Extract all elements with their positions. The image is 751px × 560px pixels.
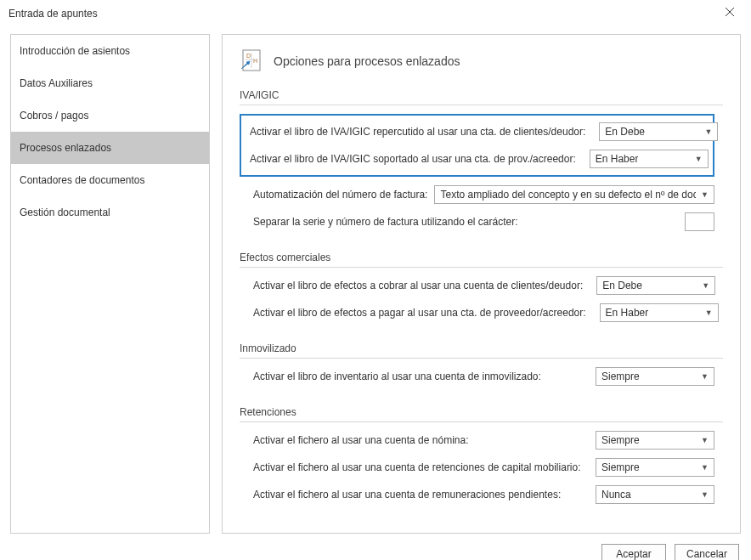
row-ret-capital: Activar el fichero al usar una cuenta de…	[253, 458, 714, 477]
select-value: En Debe	[605, 126, 645, 138]
row-efectos-pagar: Activar el libro de efectos a pagar al u…	[253, 303, 714, 322]
select-iva-soportado[interactable]: En Haber ▼	[590, 150, 709, 168]
label-iva-repercutido: Activar el libro de IVA/IGIC repercutido…	[250, 126, 585, 138]
sidebar-item-datos-auxiliares[interactable]: Datos Auxiliares	[11, 67, 209, 99]
accept-button[interactable]: Aceptar	[601, 544, 666, 560]
chevron-down-icon: ▼	[701, 463, 709, 472]
select-value: Texto ampliado del concepto y en su defe…	[440, 189, 696, 201]
select-value: Siempre	[601, 371, 640, 382]
sidebar-item-procesos-enlazados[interactable]: Procesos enlazados	[11, 132, 209, 164]
section-heading-ret: Retenciones	[240, 406, 723, 422]
sidebar-item-contadores[interactable]: Contadores de documentos	[11, 164, 209, 196]
label-efectos-pagar: Activar el libro de efectos a pagar al u…	[253, 307, 586, 319]
label-ret-remuneraciones: Activar el fichero al usar una cuenta de…	[253, 489, 561, 501]
window-title: Entrada de apuntes	[8, 8, 98, 20]
select-value: Siempre	[601, 434, 640, 446]
titlebar: Entrada de apuntes	[0, 0, 751, 25]
highlighted-group: Activar el libro de IVA/IGIC repercutido…	[240, 114, 714, 177]
label-iva-soportado: Activar el libro de IVA/IGIC soportado a…	[250, 153, 576, 165]
sidebar-item-label: Introducción de asientos	[20, 45, 130, 57]
select-ret-remuneraciones[interactable]: Nunca ▼	[596, 485, 714, 504]
sidebar-item-label: Cobros / pagos	[20, 110, 88, 122]
sidebar-item-label: Datos Auxiliares	[20, 77, 93, 89]
chevron-down-icon: ▼	[705, 308, 713, 317]
dialog-window: Entrada de apuntes Introducción de asien…	[0, 0, 751, 560]
label-separar: Separar la serie y número de factura uti…	[253, 216, 518, 228]
row-separar-caracter: Separar la serie y número de factura uti…	[253, 212, 714, 231]
row-ret-nomina: Activar el fichero al usar una cuenta de…	[253, 431, 714, 450]
row-inventario: Activar el libro de inventario al usar u…	[253, 367, 714, 386]
main-panel: D H Opciones para procesos enlazados IVA…	[222, 34, 741, 534]
select-ret-capital[interactable]: Siempre ▼	[596, 458, 714, 477]
sidebar-item-label: Gestión documental	[20, 206, 110, 218]
svg-text:H: H	[253, 58, 257, 64]
row-automatizacion-factura: Automatización del número de factura: Te…	[253, 185, 714, 204]
select-value: Nunca	[601, 489, 631, 501]
label-inventario: Activar el libro de inventario al usar u…	[253, 371, 541, 382]
document-link-icon: D H	[240, 48, 265, 74]
row-efectos-cobrar: Activar el libro de efectos a cobrar al …	[253, 276, 714, 295]
select-automatizacion[interactable]: Texto ampliado del concepto y en su defe…	[434, 185, 714, 204]
svg-text:D: D	[246, 53, 251, 59]
select-efectos-cobrar[interactable]: En Debe ▼	[596, 276, 715, 295]
select-inventario[interactable]: Siempre ▼	[596, 367, 714, 386]
chevron-down-icon: ▼	[701, 372, 709, 381]
select-value: En Haber	[596, 153, 639, 165]
close-icon[interactable]	[717, 5, 743, 22]
sidebar-item-cobros-pagos[interactable]: Cobros / pagos	[11, 99, 209, 132]
select-value: En Haber	[606, 307, 649, 319]
sidebar-item-label: Procesos enlazados	[20, 142, 111, 154]
row-iva-repercutido: Activar el libro de IVA/IGIC repercutido…	[250, 122, 704, 141]
chevron-down-icon: ▼	[695, 155, 703, 163]
chevron-down-icon: ▼	[701, 190, 709, 199]
select-iva-repercutido[interactable]: En Debe ▼	[599, 122, 718, 141]
row-iva-soportado: Activar el libro de IVA/IGIC soportado a…	[250, 150, 704, 168]
select-ret-nomina[interactable]: Siempre ▼	[596, 431, 714, 450]
chevron-down-icon: ▼	[702, 281, 709, 290]
input-separador[interactable]	[685, 212, 714, 231]
cancel-button[interactable]: Cancelar	[675, 544, 739, 560]
sidebar-item-label: Contadores de documentos	[20, 174, 144, 186]
label-ret-capital: Activar el fichero al usar una cuenta de…	[253, 461, 581, 473]
body-area: Introducción de asientos Datos Auxiliare…	[0, 25, 751, 534]
label-ret-nomina: Activar el fichero al usar una cuenta de…	[253, 434, 468, 446]
chevron-down-icon: ▼	[704, 127, 712, 136]
sidebar-item-introduccion[interactable]: Introducción de asientos	[11, 35, 209, 67]
panel-header: D H Opciones para procesos enlazados	[240, 48, 723, 74]
section-heading-inmov: Inmovilizado	[240, 342, 723, 359]
chevron-down-icon: ▼	[701, 436, 709, 444]
dialog-footer: Aceptar Cancelar	[0, 534, 751, 560]
select-efectos-pagar[interactable]: En Haber ▼	[600, 303, 719, 322]
section-heading-efectos: Efectos comerciales	[240, 252, 723, 268]
section-heading-iva: IVA/IGIC	[240, 89, 723, 105]
sidebar: Introducción de asientos Datos Auxiliare…	[10, 34, 210, 534]
row-ret-remuneraciones: Activar el fichero al usar una cuenta de…	[253, 485, 714, 504]
sidebar-item-gestion-documental[interactable]: Gestión documental	[11, 196, 209, 229]
select-value: Siempre	[601, 461, 640, 473]
label-automatizacion: Automatización del número de factura:	[253, 189, 427, 201]
chevron-down-icon: ▼	[701, 490, 709, 499]
select-value: En Debe	[602, 280, 642, 291]
panel-title: Opciones para procesos enlazados	[274, 54, 460, 68]
label-efectos-cobrar: Activar el libro de efectos a cobrar al …	[253, 280, 583, 291]
